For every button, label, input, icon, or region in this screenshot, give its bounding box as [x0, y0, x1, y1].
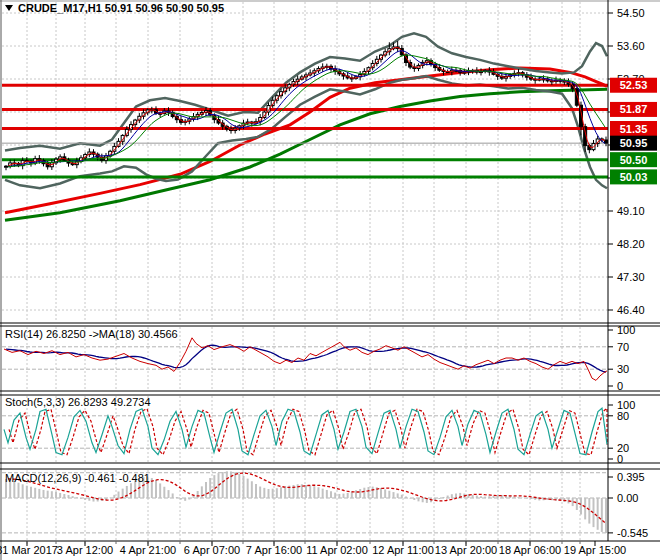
chart-title: CRUDE_M17,H1 50.91 50.96 50.90 50.95 [18, 2, 224, 14]
indicator-tick-label: 70 [617, 341, 629, 353]
date-label: 11 Apr 02:00 [306, 544, 368, 556]
indicator-tick-label: 0.00 [617, 492, 638, 504]
price-level-badge-value: 50.95 [620, 137, 648, 149]
macd-label: MACD(12,26,9) -0.461 -0.481 [5, 472, 150, 484]
date-label: 19 Apr 15:00 [564, 544, 626, 556]
price-tick-label: 54.50 [617, 7, 645, 19]
indicator-tick-label: 0.395 [617, 471, 645, 483]
price-level-badge-value: 50.50 [620, 154, 648, 166]
rsi-label: RSI(14) 26.8250 ->MA(18) 30.4566 [5, 328, 178, 340]
indicator-tick-label: 100 [617, 324, 635, 336]
price-level-badge-value: 52.53 [620, 79, 648, 91]
stoch-label: Stoch(5,3,3) 26.8293 49.2734 [5, 396, 151, 408]
price-level-badge-value: 50.03 [620, 171, 648, 183]
date-label: 12 Apr 11:00 [372, 544, 434, 556]
price-tick-label: 46.40 [617, 304, 645, 316]
indicator-tick-label: 0 [617, 380, 623, 392]
date-label: 4 Apr 21:00 [120, 544, 176, 556]
indicator-tick-label: 30 [617, 363, 629, 375]
price-tick-label: 49.10 [617, 205, 645, 217]
price-tick-label: 48.20 [617, 238, 645, 250]
date-label: 31 Mar 2017 [0, 544, 58, 556]
date-label: 6 Apr 07:00 [184, 544, 240, 556]
indicator-tick-label: 80 [617, 410, 629, 422]
date-label: 18 Apr 06:00 [499, 544, 561, 556]
date-label: 13 Apr 20:00 [435, 544, 497, 556]
price-level-badge-value: 51.87 [620, 103, 648, 115]
candle-body [5, 166, 8, 167]
price-tick-label: 53.60 [617, 40, 645, 52]
indicator-tick-label: 0 [617, 453, 623, 465]
trading-chart-window: 54.5053.6052.7051.8050.9050.0049.1048.20… [0, 0, 660, 560]
date-label: 3 Apr 12:00 [57, 544, 113, 556]
date-label: 7 Apr 16:00 [246, 544, 302, 556]
price-tick-label: 47.30 [617, 271, 645, 283]
indicator-tick-label: -0.545 [617, 527, 648, 539]
price-level-badge-value: 51.35 [620, 123, 648, 135]
